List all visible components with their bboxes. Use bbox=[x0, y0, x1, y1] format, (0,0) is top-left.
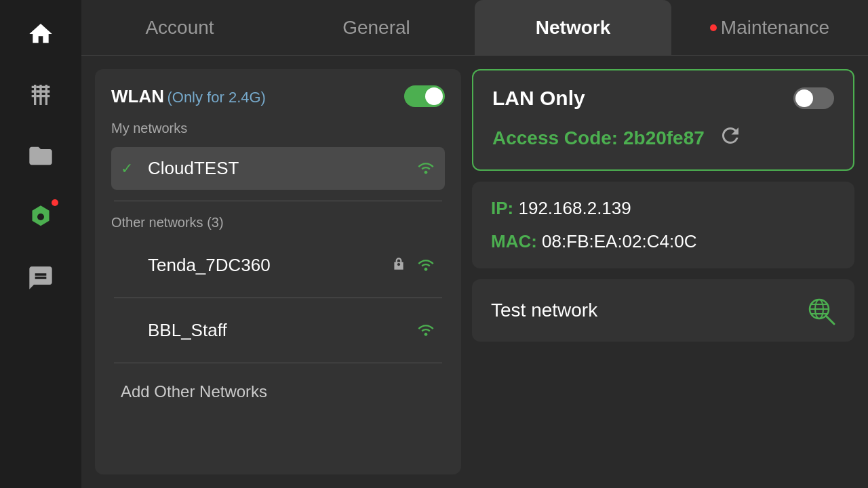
test-network-button[interactable] bbox=[806, 296, 835, 325]
divider-2 bbox=[114, 298, 442, 298]
wifi-icon-tenda bbox=[416, 256, 435, 275]
maintenance-dot bbox=[710, 24, 717, 31]
check-placeholder-2: ✓ bbox=[121, 322, 137, 340]
right-panel: LAN Only Access Code: 2b20fe87 bbox=[472, 69, 854, 474]
my-networks-label: My networks bbox=[111, 121, 445, 136]
check-icon: ✓ bbox=[121, 160, 137, 178]
tab-maintenance[interactable]: Maintenance bbox=[671, 0, 868, 55]
lan-only-label: LAN Only bbox=[492, 87, 585, 110]
other-networks-label: Other networks (3) bbox=[111, 212, 445, 233]
tab-general[interactable]: General bbox=[278, 0, 475, 55]
network-item-bbl[interactable]: ✓ BBL_Staff bbox=[111, 309, 445, 352]
network-item-tenda[interactable]: ✓ Tenda_7DC360 bbox=[111, 244, 445, 287]
network-item-cloudtest[interactable]: ✓ CloudTEST bbox=[111, 147, 445, 190]
app-icon[interactable] bbox=[20, 197, 61, 237]
wlan-label: WLAN (Only for 2.4G) bbox=[111, 86, 266, 107]
divider-3 bbox=[114, 363, 442, 363]
lan-toggle[interactable] bbox=[793, 87, 834, 109]
home-icon[interactable] bbox=[20, 14, 61, 54]
tab-bar: Account General Network Maintenance bbox=[81, 0, 868, 56]
notification-dot bbox=[52, 199, 58, 206]
sidebar bbox=[0, 0, 81, 488]
check-placeholder: ✓ bbox=[121, 257, 137, 274]
lan-top-row: LAN Only bbox=[492, 87, 834, 110]
access-code-row: Access Code: 2b20fe87 bbox=[492, 123, 834, 153]
chat-icon[interactable] bbox=[20, 258, 61, 298]
wifi-icon-bbl bbox=[416, 321, 435, 340]
wlan-row: WLAN (Only for 2.4G) bbox=[111, 85, 445, 107]
lock-icon-tenda bbox=[392, 256, 406, 274]
refresh-icon bbox=[718, 123, 743, 153]
toggle-thumb bbox=[425, 87, 443, 105]
access-code-text: Access Code: 2b20fe87 bbox=[492, 127, 705, 149]
wlan-toggle[interactable] bbox=[404, 85, 445, 107]
refresh-button[interactable] bbox=[715, 123, 745, 153]
ip-row: IP: 192.168.2.139 bbox=[491, 198, 835, 219]
mac-row: MAC: 08:FB:EA:02:C4:0C bbox=[491, 231, 835, 252]
test-network-card: Test network bbox=[472, 279, 854, 342]
tab-account[interactable]: Account bbox=[81, 0, 278, 55]
files-icon[interactable] bbox=[20, 136, 61, 176]
test-network-label: Test network bbox=[491, 300, 597, 321]
settings-icon[interactable] bbox=[20, 75, 61, 115]
svg-point-0 bbox=[37, 214, 44, 220]
ip-mac-card: IP: 192.168.2.139 MAC: 08:FB:EA:02:C4:0C bbox=[472, 182, 854, 268]
divider-1 bbox=[114, 201, 442, 201]
left-panel: WLAN (Only for 2.4G) My networks ✓ Cloud… bbox=[95, 69, 461, 474]
main-content: Account General Network Maintenance WLAN… bbox=[81, 0, 868, 488]
svg-line-6 bbox=[826, 316, 834, 324]
add-other-networks[interactable]: Add Other Networks bbox=[111, 374, 445, 409]
wifi-icon-cloudtest bbox=[416, 159, 435, 178]
lan-toggle-thumb bbox=[795, 89, 813, 107]
lan-only-card: LAN Only Access Code: 2b20fe87 bbox=[472, 69, 854, 171]
content-area: WLAN (Only for 2.4G) My networks ✓ Cloud… bbox=[81, 56, 868, 488]
tab-network[interactable]: Network bbox=[475, 0, 671, 55]
